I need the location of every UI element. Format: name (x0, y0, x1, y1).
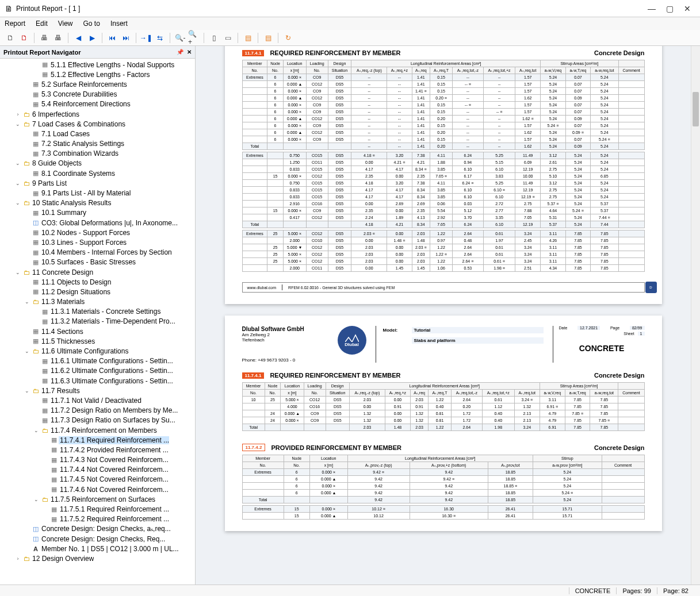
table-icon (40, 71, 49, 78)
caret-icon[interactable]: ⌄ (23, 348, 31, 354)
tree-item[interactable]: 10.2 Nodes - Support Forces (0, 228, 195, 237)
tree-item[interactable]: 5.4 Reinforcement Directions (0, 99, 195, 109)
tree-item[interactable]: 11.6.2 Ultimate Configurations - Settin.… (0, 366, 195, 376)
close-button[interactable]: ✕ (684, 4, 691, 13)
goto-icon[interactable]: →❚ (140, 32, 152, 44)
tree-item[interactable]: ⌄8 Guide Objects (0, 159, 195, 168)
tree-item[interactable]: 11.7.1 Not Valid / Deactivated (0, 395, 195, 405)
tree-item[interactable]: CO3: Global Deformations |u|, In Axonome… (0, 218, 195, 228)
table-icon (31, 101, 40, 108)
caret-icon[interactable]: ⌄ (14, 270, 22, 275)
tree-item[interactable]: 11.1 Objects to Design (0, 277, 195, 287)
edit-icon[interactable]: ▤ (242, 32, 254, 44)
tree-item[interactable]: ⌄10 Static Analysis Results (0, 198, 195, 208)
tree-item[interactable]: 7.2 Static Analysis Settings (0, 139, 195, 149)
tree-item[interactable]: ⌄11.6 Ultimate Configurations (0, 346, 195, 356)
caret-icon[interactable]: ⌄ (32, 497, 40, 502)
tree-item[interactable]: 11.6.1 Ultimate Configurations - Settin.… (0, 356, 195, 366)
tree-item[interactable]: ⌄9 Parts List (0, 178, 195, 188)
tree-item[interactable]: 11.5 Thicknesses (0, 336, 195, 346)
print-icon[interactable]: 🖶 (39, 32, 50, 44)
tree-item[interactable]: 11.7.4.1 Required Reinforcement ... (0, 435, 195, 445)
company-addr2: Tiefenbach (242, 337, 328, 343)
settings-icon[interactable]: ▤ (262, 32, 274, 44)
tree-item[interactable]: ⌄11.7 Results (0, 386, 195, 395)
tree-item[interactable]: 10.4 Members - Internal Forces by Sectio… (0, 248, 195, 257)
first-icon[interactable]: ⏮ (106, 32, 118, 44)
tree-item[interactable]: 7.1 Load Cases (0, 129, 195, 139)
tree-item[interactable]: Member No. 1 | DS5 | CO12 | 3.000 m | UL… (0, 544, 195, 553)
vertical-scrollbar[interactable] (691, 46, 700, 585)
panel-close-icon[interactable]: ✕ (187, 49, 192, 55)
menu-view[interactable]: View (58, 20, 73, 28)
pin-icon[interactable]: 📌 (177, 49, 183, 55)
tree-item[interactable]: ›12 Design Overview (0, 553, 195, 563)
caret-icon[interactable]: › (14, 111, 22, 117)
tree-item[interactable]: 11.7.4.6 Not Covered Reinforcem... (0, 485, 195, 494)
tree-item[interactable]: 11.7.5.2 Required Reinforcement ... (0, 514, 195, 524)
tree-item[interactable]: 10.5 Surfaces - Basic Stresses (0, 257, 195, 267)
menu-report[interactable]: Report (5, 20, 25, 28)
tree-item[interactable]: 5.2 Surface Reinforcements (0, 79, 195, 89)
tree-item[interactable]: 11.7.4.5 Not Covered Reinforcem... (0, 475, 195, 485)
last-icon[interactable]: ⏭ (120, 32, 132, 44)
minimize-button[interactable]: — (648, 4, 656, 13)
tree-item[interactable]: 9.1 Parts List - All by Material (0, 188, 195, 198)
tree-item[interactable]: ›6 Imperfections (0, 109, 195, 119)
caret-icon[interactable]: ⌄ (32, 428, 40, 433)
new-icon[interactable]: 🗋 (5, 32, 16, 44)
tree-item[interactable]: 11.7.4.3 Not Covered Reinforcem... (0, 455, 195, 465)
scrollbar-thumb[interactable] (693, 92, 699, 126)
print-setup-icon[interactable]: 🖶 (52, 32, 64, 44)
tree-item[interactable]: 11.6.3 Ultimate Configurations - Settin.… (0, 376, 195, 386)
tree-item[interactable]: 11.7.4.4 Not Covered Reinforcem... (0, 465, 195, 475)
tree-item[interactable]: 11.7.4.2 Provided Reinforcement ... (0, 445, 195, 455)
tree-item[interactable]: ⌄11.3 Materials (0, 297, 195, 307)
caret-icon[interactable]: ⌄ (14, 121, 22, 127)
caret-icon[interactable]: ⌄ (23, 388, 31, 394)
maximize-button[interactable]: ▢ (666, 4, 674, 13)
tree-item[interactable]: 10.1 Summary (0, 208, 195, 218)
tree-item[interactable]: 11.7.5.1 Required Reinforcement ... (0, 504, 195, 514)
tree-item[interactable]: 11.7.2 Design Ratio on Members by Me... (0, 406, 195, 416)
tree-item[interactable]: 11.7.3 Design Ratio on Surfaces by Su... (0, 416, 195, 425)
caret-icon[interactable]: › (14, 556, 22, 562)
tree-item[interactable]: 11.3.1 Materials - Concrete Settings (0, 307, 195, 317)
caret-icon[interactable]: ⌄ (23, 299, 31, 305)
zoom-out-icon[interactable]: 🔍- (174, 32, 186, 44)
tree-item[interactable]: 5.3 Concrete Durabilities (0, 90, 195, 99)
prev-icon[interactable]: ◀ (72, 32, 84, 44)
layout-icon[interactable]: ▯ (208, 32, 220, 44)
table-icon (49, 446, 59, 453)
layout2-icon[interactable]: ▭ (222, 32, 234, 44)
tree-item[interactable]: 11.3.2 Materials - Time-Dependent Pro... (0, 317, 195, 326)
zoom-in-icon[interactable]: 🔍+ (188, 32, 200, 44)
caret-icon[interactable]: ⌄ (14, 160, 22, 166)
tree-item[interactable]: ⌄11 Concrete Design (0, 267, 195, 277)
next-icon[interactable]: ▶ (86, 32, 98, 44)
menu-edit[interactable]: Edit (36, 20, 48, 28)
preview-pane[interactable]: 11.7.4.1 REQUIRED REINFORCEMENT BY MEMBE… (196, 46, 700, 585)
tree-item[interactable]: 10.3 Lines - Support Forces (0, 237, 195, 247)
caret-icon[interactable]: ⌄ (14, 200, 22, 206)
tree-item[interactable]: Concrete Design: Design Checks, Req... (0, 534, 195, 544)
menu-goto[interactable]: Go to (83, 20, 100, 28)
tree-item[interactable]: ⌄7 Load Cases & Combinations (0, 119, 195, 129)
switch-icon[interactable]: ⇆ (154, 32, 166, 44)
navigator-tree[interactable]: 5.1.1 Effective Lengths - Nodal Supports… (0, 59, 195, 585)
tree-item[interactable]: Concrete Design: Design Checks, aₛ,req..… (0, 524, 195, 534)
tree-item[interactable]: 7.3 Combination Wizards (0, 149, 195, 159)
caret-icon[interactable]: ⌄ (14, 180, 22, 186)
menu-insert[interactable]: Insert (110, 20, 128, 28)
tree-item[interactable]: ⌄11.7.5 Reinforcement on Surfaces (0, 494, 195, 504)
delete-icon[interactable]: 🗋 (18, 32, 30, 44)
tree-item[interactable]: 11.2 Design Situations (0, 287, 195, 297)
tree-item[interactable]: 5.1.2 Effective Lengths - Factors (0, 70, 195, 79)
tree-item[interactable]: 5.1.1 Effective Lengths - Nodal Supports (0, 60, 195, 70)
refresh-icon[interactable]: ↻ (282, 32, 294, 44)
tree-item[interactable]: 11.4 Sections (0, 326, 195, 336)
table-icon (49, 456, 59, 464)
tree-item[interactable]: ⌄11.7.4 Reinforcement on Members (0, 425, 195, 435)
tree-item[interactable]: 8.1 Coordinate Systems (0, 168, 195, 178)
page-label: Page (610, 326, 619, 330)
